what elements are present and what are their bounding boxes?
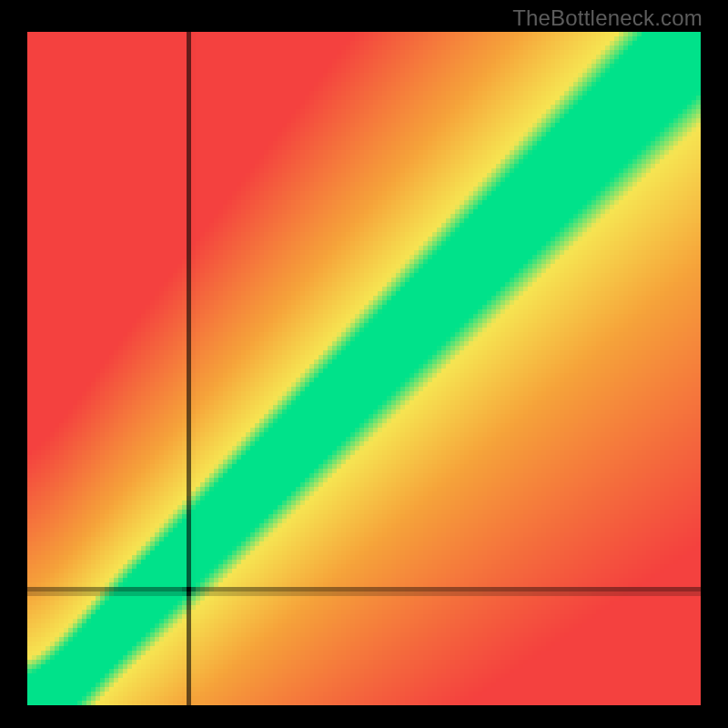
watermark-text: TheBottleneck.com (512, 5, 703, 31)
chart-frame: TheBottleneck.com (0, 0, 728, 728)
bottleneck-heatmap (27, 32, 701, 705)
